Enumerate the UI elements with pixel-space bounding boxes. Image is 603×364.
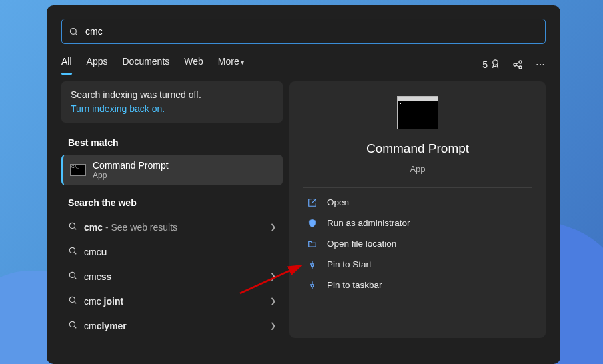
search-icon xyxy=(68,221,77,233)
svg-point-0 xyxy=(71,28,77,34)
svg-point-4 xyxy=(519,61,522,63)
action-label: Open xyxy=(327,197,349,207)
svg-line-7 xyxy=(516,65,520,67)
folder-icon xyxy=(307,239,318,249)
action-run-admin[interactable]: Run as administrator xyxy=(303,213,532,233)
web-result-text: cmclymer xyxy=(84,321,263,331)
preview-panel: Command Prompt App Open Run as administr… xyxy=(289,81,546,338)
svg-point-13 xyxy=(69,247,75,253)
search-box[interactable] xyxy=(61,19,546,44)
pin-icon xyxy=(307,260,318,269)
action-label: Open file location xyxy=(327,239,396,249)
tab-more-label: More xyxy=(218,56,239,67)
tab-apps[interactable]: Apps xyxy=(87,56,108,73)
search-icon xyxy=(69,27,79,37)
search-icon xyxy=(68,295,77,307)
tab-web[interactable]: Web xyxy=(184,56,203,73)
tab-documents[interactable]: Documents xyxy=(122,56,169,73)
chevron-right-icon: ❯ xyxy=(270,297,276,305)
notice-link[interactable]: Turn indexing back on. xyxy=(71,102,273,116)
best-match-subtitle: App xyxy=(93,171,169,180)
separator xyxy=(303,187,532,188)
web-result-text: cmcss xyxy=(84,271,263,282)
web-result[interactable]: cmc joint ❯ xyxy=(61,289,283,313)
svg-point-19 xyxy=(69,321,75,327)
action-label: Pin to Start xyxy=(327,259,372,269)
svg-point-9 xyxy=(540,64,541,65)
tab-all[interactable]: All xyxy=(61,56,72,73)
svg-point-17 xyxy=(69,297,75,302)
preview-title: Command Prompt xyxy=(366,141,469,156)
best-match-item[interactable]: Command Prompt App xyxy=(61,155,283,185)
web-result[interactable]: cmcss ❯ xyxy=(61,264,283,289)
web-results-list: cmc - See web results ❯ cmcu cmcss ❯ xyxy=(61,215,283,338)
search-icon xyxy=(68,271,77,282)
web-result[interactable]: cmclymer ❯ xyxy=(61,313,283,338)
tab-more[interactable]: More▾ xyxy=(218,56,244,73)
section-best-match: Best match xyxy=(61,132,283,155)
svg-line-6 xyxy=(516,63,520,64)
search-icon xyxy=(68,246,77,257)
action-open[interactable]: Open xyxy=(303,192,532,213)
rewards-count: 5 xyxy=(482,59,488,70)
svg-line-20 xyxy=(75,327,77,329)
svg-point-8 xyxy=(536,64,538,65)
notice-text: Search indexing was turned off. xyxy=(71,88,273,102)
search-icon xyxy=(68,320,77,331)
preview-subtitle: App xyxy=(410,164,425,174)
cmd-prompt-icon xyxy=(70,164,86,176)
cmd-prompt-icon xyxy=(397,96,438,129)
chevron-right-icon: ❯ xyxy=(270,321,276,330)
web-result-text: cmcu xyxy=(84,247,276,257)
chevron-down-icon: ▾ xyxy=(241,59,244,66)
svg-point-3 xyxy=(514,63,516,66)
share-icon[interactable] xyxy=(512,59,523,70)
medal-icon xyxy=(490,59,500,71)
web-result-text: cmc - See web results xyxy=(84,222,263,233)
chevron-right-icon: ❯ xyxy=(270,272,276,281)
svg-line-12 xyxy=(75,228,77,230)
web-result-text: cmc joint xyxy=(84,296,263,307)
svg-point-15 xyxy=(69,272,75,277)
action-open-location[interactable]: Open file location xyxy=(303,233,532,254)
svg-point-5 xyxy=(519,66,522,69)
svg-line-18 xyxy=(75,302,77,304)
chevron-right-icon: ❯ xyxy=(270,223,276,231)
svg-point-10 xyxy=(543,64,544,65)
action-pin-start[interactable]: Pin to Start xyxy=(303,254,532,275)
svg-point-2 xyxy=(493,60,498,65)
svg-line-16 xyxy=(75,277,77,279)
web-result[interactable]: cmc - See web results ❯ xyxy=(61,215,283,239)
action-label: Pin to taskbar xyxy=(327,280,382,290)
start-search-panel: All Apps Documents Web More▾ 5 xyxy=(47,5,560,364)
action-pin-taskbar[interactable]: Pin to taskbar xyxy=(303,275,532,295)
web-result[interactable]: cmcu xyxy=(61,239,283,264)
search-input[interactable] xyxy=(79,26,538,37)
shield-icon xyxy=(307,219,318,228)
section-search-web: Search the web xyxy=(61,192,283,215)
rewards-badge[interactable]: 5 xyxy=(482,59,500,71)
svg-line-14 xyxy=(75,253,77,255)
open-icon xyxy=(307,198,318,207)
svg-point-11 xyxy=(69,223,75,228)
action-label: Run as administrator xyxy=(327,218,410,228)
best-match-title: Command Prompt xyxy=(93,160,169,171)
svg-line-1 xyxy=(75,33,77,35)
more-icon[interactable] xyxy=(535,59,546,70)
pin-icon xyxy=(307,281,318,290)
indexing-notice: Search indexing was turned off. Turn ind… xyxy=(61,81,283,123)
